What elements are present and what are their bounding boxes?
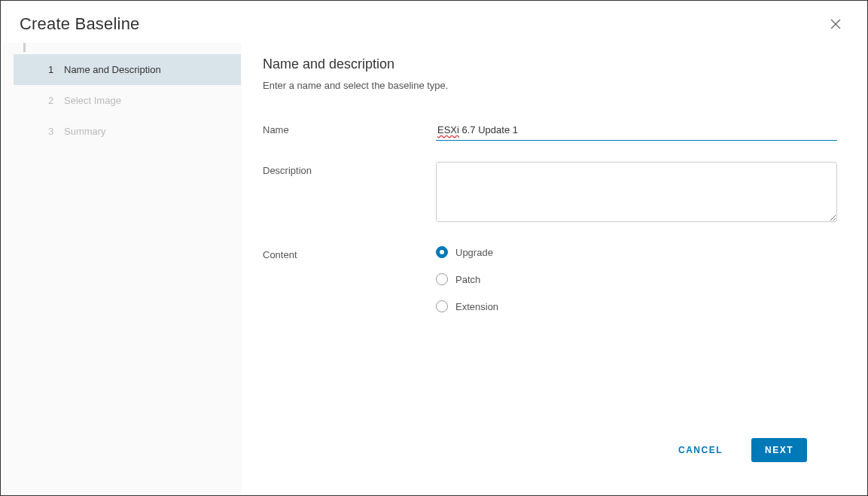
description-input[interactable] (436, 162, 837, 222)
step-number: 1 (48, 64, 59, 75)
radio-extension[interactable]: Extension (436, 300, 837, 312)
content-area: Name and description Enter a name and se… (242, 43, 867, 495)
name-label: Name (263, 121, 436, 135)
step-number: 2 (48, 95, 59, 106)
radio-icon (436, 300, 448, 312)
next-button[interactable]: NEXT (751, 438, 807, 462)
radio-label: Upgrade (455, 247, 493, 258)
wizard-step-summary[interactable]: 3 Summary (14, 116, 241, 147)
wizard-step-select-image[interactable]: 2 Select Image (14, 85, 241, 116)
content-label: Content (263, 246, 436, 260)
step-label: Name and Description (64, 64, 161, 75)
dialog-body: 1 Name and Description 2 Select Image 3 … (1, 43, 867, 495)
radio-label: Patch (455, 274, 480, 285)
description-label: Description (263, 162, 436, 176)
step-number: 3 (48, 126, 59, 137)
create-baseline-dialog: Create Baseline 1 Name and Description 2… (0, 0, 868, 496)
dialog-header: Create Baseline (1, 1, 867, 43)
name-input[interactable]: ESXi 6.7 Update 1 (436, 121, 837, 141)
radio-patch[interactable]: Patch (436, 273, 837, 285)
radio-icon (436, 273, 448, 285)
step-label: Summary (64, 126, 106, 137)
cancel-button[interactable]: CANCEL (665, 438, 736, 462)
radio-icon (436, 246, 448, 258)
form-row-description: Description (263, 162, 837, 225)
section-title: Name and description (263, 56, 837, 72)
section-subtitle: Enter a name and select the baseline typ… (263, 80, 837, 91)
wizard-step-name-description[interactable]: 1 Name and Description (14, 54, 241, 85)
form-row-content: Content Upgrade Patch Extens (263, 246, 837, 312)
close-icon[interactable] (827, 15, 845, 33)
radio-upgrade[interactable]: Upgrade (436, 246, 837, 258)
radio-label: Extension (455, 301, 498, 312)
dialog-footer: CANCEL NEXT (263, 429, 837, 480)
content-radio-group: Upgrade Patch Extension (436, 246, 837, 312)
form-row-name: Name ESXi 6.7 Update 1 (263, 121, 837, 141)
dialog-title: Create Baseline (20, 14, 140, 34)
step-label: Select Image (64, 95, 121, 106)
wizard-sidebar: 1 Name and Description 2 Select Image 3 … (1, 43, 242, 495)
